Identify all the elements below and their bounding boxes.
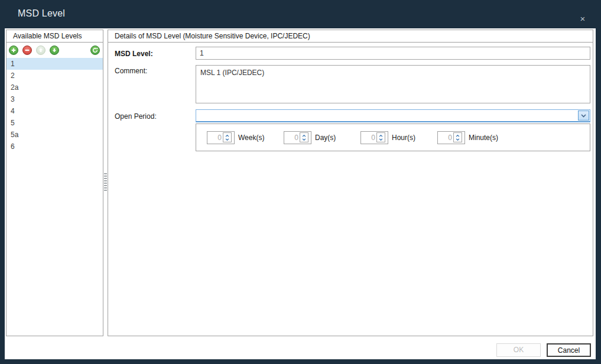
remove-icon[interactable]	[22, 46, 32, 55]
combobox-dropdown-button[interactable]	[578, 110, 589, 121]
weeks-input[interactable]	[207, 132, 223, 144]
chevron-down-icon[interactable]	[225, 138, 229, 141]
stepper	[300, 132, 308, 142]
cancel-button[interactable]: Cancel	[547, 343, 591, 357]
list-item[interactable]: 1	[7, 58, 103, 70]
days-unit-label: Day(s)	[315, 134, 336, 142]
chevron-up-icon[interactable]	[225, 135, 229, 137]
chevron-down-icon	[581, 114, 586, 118]
days-input[interactable]	[284, 132, 300, 144]
move-up-icon[interactable]	[36, 46, 46, 55]
weeks-unit-label: Week(s)	[238, 134, 264, 142]
stepper	[376, 132, 385, 142]
msd-level-label: MSD Level:	[115, 50, 153, 58]
chevron-down-icon[interactable]	[456, 138, 460, 141]
days-spinner: Day(s)	[284, 131, 336, 144]
list-item[interactable]: 2a	[7, 82, 103, 93]
ok-button[interactable]: OK	[496, 343, 541, 357]
list-item[interactable]: 5	[7, 117, 103, 129]
minutes-unit-label: Minute(s)	[469, 134, 498, 142]
move-down-icon[interactable]	[50, 46, 59, 55]
chevron-up-icon[interactable]	[456, 135, 460, 137]
list-toolbar	[7, 43, 103, 58]
comment-label: Comment:	[115, 67, 147, 75]
hours-input[interactable]	[361, 132, 376, 144]
open-period-label: Open Period:	[115, 112, 157, 121]
open-period-combobox[interactable]	[196, 109, 590, 122]
open-period-detail-box: Week(s) Day(s)	[196, 124, 590, 151]
hours-spinner: Hour(s)	[360, 131, 415, 144]
comment-textarea[interactable]: MSL 1 (IPC/JEDEC)	[196, 65, 590, 103]
spinner-field[interactable]	[360, 131, 388, 144]
chevron-down-icon[interactable]	[379, 138, 383, 141]
refresh-icon[interactable]	[90, 46, 100, 55]
stepper	[453, 132, 462, 142]
minutes-input[interactable]	[438, 132, 453, 144]
list-item[interactable]: 2	[7, 70, 103, 82]
spinner-field[interactable]	[437, 131, 465, 144]
weeks-spinner: Week(s)	[207, 131, 264, 144]
msd-level-list: 1 2 2a 3 4 5 5a 6	[7, 58, 103, 152]
panel-splitter[interactable]	[103, 30, 108, 336]
available-levels-header: Available MSD Levels	[7, 30, 103, 43]
list-item[interactable]: 4	[7, 105, 103, 117]
details-form: MSD Level: Comment: MSL 1 (IPC/JEDEC) Op…	[108, 43, 593, 335]
titlebar: MSD Level ×	[0, 0, 601, 28]
spinner-field[interactable]	[284, 131, 311, 144]
combobox-value	[196, 110, 577, 121]
chevron-down-icon[interactable]	[302, 138, 306, 141]
list-item[interactable]: 3	[7, 93, 103, 105]
available-msd-levels-panel: Available MSD Levels 1 2	[6, 30, 103, 336]
hours-unit-label: Hour(s)	[392, 134, 415, 142]
dialog-content: Available MSD Levels 1 2	[5, 28, 596, 359]
chevron-up-icon[interactable]	[302, 135, 306, 137]
chevron-up-icon[interactable]	[379, 135, 383, 137]
stepper	[223, 132, 232, 142]
msd-level-input[interactable]	[196, 47, 590, 60]
window-title: MSD Level	[18, 8, 65, 19]
add-icon[interactable]	[9, 46, 18, 55]
spinner-field[interactable]	[207, 131, 235, 144]
details-panel: Details of MSD Level (Moisture Sensitive…	[108, 30, 593, 336]
list-item[interactable]: 5a	[7, 129, 103, 141]
minutes-spinner: Minute(s)	[437, 131, 498, 144]
splitter-grip-icon	[104, 173, 107, 191]
list-item[interactable]: 6	[7, 141, 103, 152]
close-icon[interactable]: ×	[576, 13, 589, 25]
details-header: Details of MSD Level (Moisture Sensitive…	[108, 30, 593, 43]
